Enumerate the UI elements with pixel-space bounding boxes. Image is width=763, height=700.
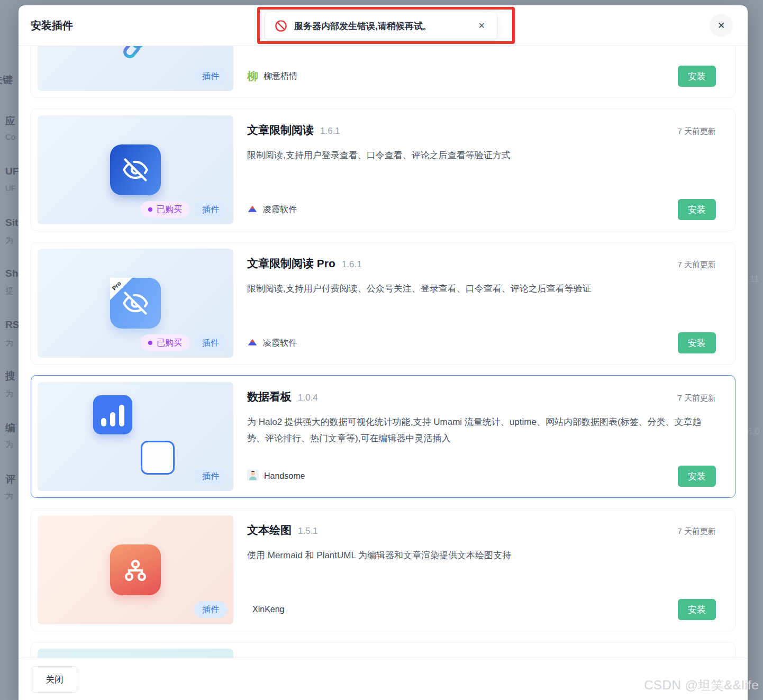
plugin-author: Handsome [247, 469, 305, 483]
plugin-card[interactable]: Pro 已购买插件 文章限制阅读 Pro 1.6.1 7 天前更新 限制阅读,支… [31, 242, 735, 365]
plugin-updated-time: 7 天前更新 [677, 126, 716, 137]
plugin-name: 文本绘图 [247, 523, 292, 538]
plugin-thumbnail: 已购买插件 [38, 115, 233, 224]
plugin-description: 使用 Mermaid 和 PlantUML 为编辑器和文章渲染提供文本绘图支持 [247, 547, 716, 563]
eye-off-icon [122, 289, 149, 317]
purchased-dot [148, 207, 152, 212]
plugin-type-badge: 插件 [194, 601, 227, 618]
plugin-name: 文章限制阅读 [247, 123, 314, 138]
background-text-fragment: RS [5, 319, 19, 331]
toast-close-button[interactable]: ✕ [476, 20, 487, 32]
plugin-thumbnail: 插件 [38, 515, 233, 624]
background-text-fragment: UF [5, 184, 16, 193]
plugin-card[interactable]: 插件 数据看板 1.0.4 7 天前更新 为 Halo2 提供强大的数据可视化统… [31, 375, 735, 498]
page: 关键应CoUFUFSit为Sh提RS为搜为编为评为.116.0 安装插件 服务器… [0, 0, 763, 700]
plugin-card[interactable]: 插件 柳 柳意梧情 安装 [31, 46, 735, 98]
author-name: XinKeng [252, 605, 285, 614]
author-name: 凌霞软件 [263, 338, 297, 349]
install-button[interactable]: 安装 [678, 199, 716, 220]
background-text-fragment: 应 [5, 114, 15, 128]
plugin-card[interactable]: 安装 [31, 642, 735, 658]
install-plugin-modal: 安装插件 服务器内部发生错误,请稍候再试。 ✕ ✕ [19, 5, 748, 700]
install-button[interactable]: 安装 [678, 466, 716, 487]
flowchart-icon [122, 556, 149, 584]
badge-group: 插件 [194, 601, 227, 618]
background-text-fragment: Co [5, 132, 15, 141]
install-button[interactable]: 安装 [678, 332, 716, 353]
plugin-thumbnail [38, 649, 233, 658]
plugin-card[interactable]: 插件 文本绘图 1.5.1 7 天前更新 使用 Mermaid 和 PlantU… [31, 508, 735, 631]
modal-close-button[interactable]: ✕ [710, 14, 733, 37]
purchased-badge: 已购买 [140, 201, 190, 218]
plugin-type-badge: 插件 [194, 334, 227, 351]
background-text-fragment: 编 [5, 421, 15, 435]
badge-group: 插件 [194, 468, 227, 485]
background-text-fragment: Sit [5, 217, 18, 229]
plugin-thumbnail: Pro 已购买插件 [38, 249, 233, 358]
prohibited-icon [275, 20, 287, 32]
author-avatar-mountain-logo [247, 337, 258, 347]
background-text-fragment: Sh [5, 268, 18, 279]
badge-group: 插件 [194, 68, 227, 85]
purchased-dot [148, 341, 152, 345]
background-text-fragment: 关键 [0, 73, 13, 87]
error-toast: 服务器内部发生错误,请稍候再试。 ✕ [265, 12, 497, 40]
install-button[interactable]: 安装 [678, 66, 716, 87]
plugin-card[interactable]: 已购买插件 文章限制阅读 1.6.1 7 天前更新 限制阅读,支持用户登录查看、… [31, 108, 735, 231]
modal-header: 安装插件 服务器内部发生错误,请稍候再试。 ✕ ✕ [19, 5, 748, 46]
plugin-type-badge: 插件 [194, 201, 227, 218]
plugin-thumbnail: 插件 [38, 382, 233, 491]
plugin-thumbnail: 插件 [38, 46, 233, 91]
plugin-type-badge: 插件 [194, 68, 227, 85]
plugin-description: 限制阅读,支持用户付费阅读、公众号关注、登录查看、口令查看、评论之后查看等验证 [247, 280, 716, 297]
plugin-type-badge: 插件 [194, 468, 227, 485]
plugin-description: 限制阅读,支持用户登录查看、口令查看、评论之后查看等验证方式 [247, 147, 716, 163]
modal-footer: 关闭 [19, 658, 748, 700]
close-modal-footer-button[interactable]: 关闭 [31, 666, 78, 693]
background-text-fragment: UF [5, 166, 19, 177]
author-avatar-willow: 柳 [247, 70, 258, 82]
purchased-badge: 已购买 [140, 334, 190, 351]
modal-title: 安装插件 [31, 19, 73, 33]
plugin-name: 文章限制阅读 Pro [247, 256, 335, 271]
error-toast-message: 服务器内部发生错误,请稍候再试。 [294, 20, 432, 32]
background-text-fragment: 搜 [5, 369, 15, 383]
plugin-author: XinKeng [247, 605, 285, 614]
plugin-updated-time: 7 天前更新 [677, 526, 716, 537]
close-icon: ✕ [717, 20, 725, 31]
plugin-description: 为 Halo2 提供强大的数据可视化统计功能,支持 Umami 流量统计、upt… [247, 414, 716, 447]
background-text-fragment: 为 [5, 440, 13, 450]
eye-off-icon [122, 156, 149, 184]
plugin-updated-time: 7 天前更新 [677, 393, 716, 403]
chain-link-icon [113, 46, 158, 67]
background-text-fragment: 为 [5, 389, 13, 399]
background-text-fragment: 为 [5, 235, 13, 246]
author-avatar-mountain-logo [247, 203, 258, 214]
plugin-version: 1.6.1 [342, 259, 362, 270]
plugin-version: 1.6.1 [320, 126, 340, 137]
plugin-author: 柳 柳意梧情 [247, 69, 297, 84]
close-icon: ✕ [478, 21, 485, 30]
background-text-fragment: 为 [5, 338, 13, 348]
background-text-fragment: 评 [5, 472, 15, 486]
background-text-fragment: .11 [747, 274, 759, 285]
plugin-version: 1.5.1 [298, 526, 318, 537]
author-avatar-person [247, 469, 259, 481]
author-name: Handsome [264, 471, 305, 481]
background-text-fragment: 为 [5, 491, 13, 501]
background-text-fragment: 6.0 [747, 426, 760, 437]
install-button[interactable]: 安装 [678, 599, 716, 620]
badge-group: 已购买插件 [140, 334, 227, 351]
plugin-name: 数据看板 [247, 389, 292, 404]
plugin-updated-time: 7 天前更新 [677, 260, 716, 270]
plugin-list: 插件 柳 柳意梧情 安装 已购买插件 文章限制阅读 [19, 46, 748, 658]
author-name: 凌霞软件 [263, 204, 297, 215]
plugin-version: 1.0.4 [298, 393, 318, 403]
background-text-fragment: 提 [5, 286, 13, 296]
csdn-watermark: CSDN @坦笑&&life [644, 677, 759, 694]
plugin-author: 凌霞软件 [247, 203, 297, 216]
author-name: 柳意梧情 [264, 71, 297, 82]
badge-group: 已购买插件 [140, 201, 227, 218]
plugin-author: 凌霞软件 [247, 337, 297, 349]
